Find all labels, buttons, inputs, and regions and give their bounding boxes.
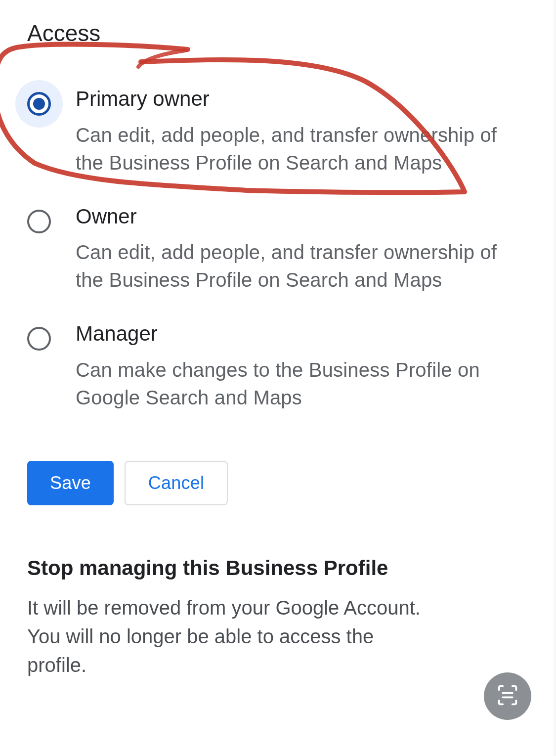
stop-managing-body: It will be removed from your Google Acco…	[27, 593, 423, 679]
access-options-group: Primary owner Can edit, add people, and …	[27, 86, 529, 411]
option-owner[interactable]: Owner Can edit, add people, and transfer…	[27, 204, 529, 294]
section-title-access: Access	[27, 20, 529, 46]
screenshot-fab-button[interactable]	[484, 672, 531, 720]
option-description: Can edit, add people, and transfer owner…	[76, 121, 529, 177]
stop-managing-heading: Stop managing this Business Profile	[27, 555, 529, 582]
option-manager[interactable]: Manager Can make changes to the Business…	[27, 321, 529, 411]
option-title: Owner	[76, 204, 529, 230]
save-button[interactable]: Save	[27, 461, 114, 505]
option-primary-owner[interactable]: Primary owner Can edit, add people, and …	[27, 86, 529, 177]
cancel-button[interactable]: Cancel	[125, 461, 228, 505]
radio-owner[interactable]	[27, 210, 51, 233]
radio-manager[interactable]	[27, 327, 51, 351]
option-title: Manager	[76, 321, 529, 347]
button-row: Save Cancel	[27, 461, 529, 505]
option-description: Can make changes to the Business Profile…	[76, 356, 529, 411]
option-description: Can edit, add people, and transfer owner…	[76, 238, 529, 294]
radio-primary-owner[interactable]	[15, 80, 63, 128]
option-title: Primary owner	[76, 86, 529, 112]
screenshot-icon	[495, 682, 520, 710]
